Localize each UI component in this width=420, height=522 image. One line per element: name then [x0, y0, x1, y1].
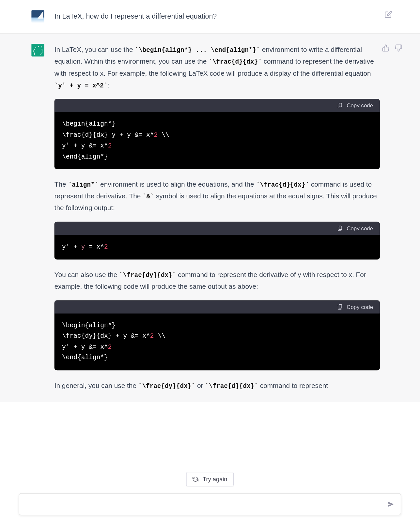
- code-body: \begin{align*} \frac{d}{dx} y + y &= x^2…: [54, 112, 380, 169]
- svg-rect-1: [339, 226, 342, 230]
- inline-code: `\frac{dy}{dx}`: [138, 383, 195, 390]
- inline-code: `\begin{align*} ... \end{align*}`: [135, 47, 260, 54]
- composer: [19, 493, 401, 515]
- user-question: In LaTeX, how do I represent a different…: [54, 12, 217, 20]
- assistant-paragraph-3: You can also use the `\frac{dy}{dx}` com…: [54, 269, 380, 293]
- copy-code-label: Copy code: [347, 102, 373, 109]
- code-block-3: Copy code \begin{align*} \frac{dy}{dx} +…: [54, 300, 380, 370]
- svg-rect-0: [339, 103, 342, 107]
- inline-code: `\frac{d}{dx}`: [205, 383, 258, 390]
- inline-code: `\frac{dy}{dx}`: [119, 272, 176, 279]
- code-body: y' + y = x^2: [54, 235, 380, 259]
- copy-code-button[interactable]: Copy code: [337, 102, 373, 109]
- thumbs-down-icon: [395, 44, 402, 52]
- user-message-text: In LaTeX, how do I represent a different…: [54, 10, 388, 23]
- thumbs-up-button[interactable]: [381, 44, 390, 52]
- user-avatar: [31, 10, 44, 23]
- svg-rect-2: [339, 304, 342, 308]
- try-again-button[interactable]: Try again: [186, 472, 234, 486]
- inline-code: `&`: [143, 193, 154, 200]
- clipboard-icon: [337, 304, 343, 310]
- user-message-row: In LaTeX, how do I represent a different…: [0, 0, 420, 34]
- thumbs-up-icon: [382, 44, 389, 52]
- message-input[interactable]: [25, 500, 387, 508]
- code-block-2: Copy code y' + y = x^2: [54, 222, 380, 259]
- assistant-message-row: In LaTeX, you can use the `\begin{align*…: [0, 34, 420, 402]
- inline-code: `\frac{d}{dx}`: [209, 59, 262, 66]
- clipboard-icon: [337, 102, 343, 109]
- copy-code-button[interactable]: Copy code: [337, 304, 373, 310]
- thumbs-down-button[interactable]: [394, 44, 403, 52]
- edit-icon: [384, 11, 392, 18]
- assistant-paragraph-4: In general, you can use the `\frac{dy}{d…: [54, 380, 380, 392]
- edit-button[interactable]: [384, 10, 393, 19]
- send-icon: [387, 500, 395, 508]
- try-again-label: Try again: [203, 476, 227, 483]
- assistant-paragraph-1: In LaTeX, you can use the `\begin{align*…: [54, 44, 380, 91]
- inline-code: `y' + y = x^2`: [54, 83, 108, 89]
- assistant-logo-icon: [33, 45, 43, 55]
- refresh-icon: [193, 476, 198, 482]
- code-block-1: Copy code \begin{align*} \frac{d}{dx} y …: [54, 99, 380, 169]
- copy-code-button[interactable]: Copy code: [337, 225, 373, 232]
- inline-code: `\frac{d}{dx}`: [256, 181, 309, 188]
- code-body: \begin{align*} \frac{dy}{dx} + y &= x^2 …: [54, 313, 380, 370]
- assistant-message-body: In LaTeX, you can use the `\begin{align*…: [54, 44, 397, 392]
- inline-code: `align*`: [68, 181, 98, 188]
- copy-code-label: Copy code: [347, 225, 373, 232]
- assistant-avatar: [31, 44, 44, 56]
- copy-code-label: Copy code: [347, 304, 373, 310]
- clipboard-icon: [337, 225, 343, 232]
- assistant-paragraph-2: The `align*` environment is used to alig…: [54, 178, 380, 214]
- send-button[interactable]: [387, 500, 395, 508]
